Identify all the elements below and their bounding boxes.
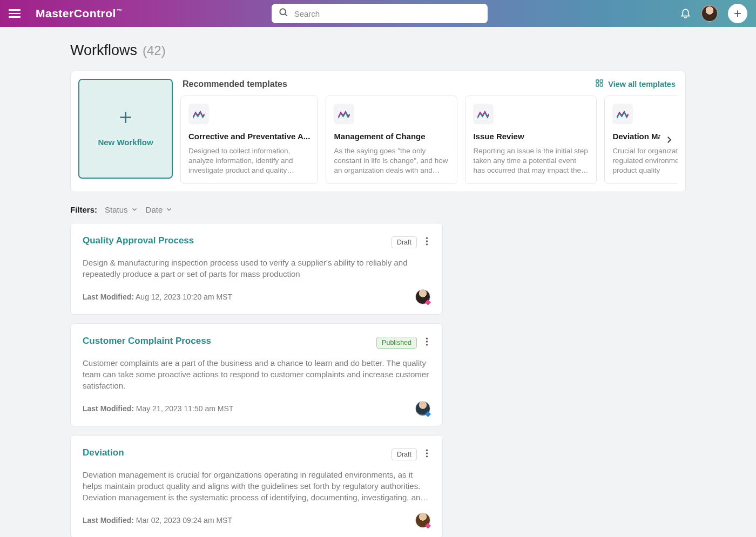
filters-row: Filters: Status Date — [70, 205, 686, 214]
svg-line-1 — [285, 14, 287, 16]
workflow-title[interactable]: Deviation — [83, 447, 124, 458]
last-modified: Last Modified: Mar 02, 2023 09:24 am MST — [83, 516, 232, 525]
new-workflow-button[interactable]: + New Workflow — [78, 79, 173, 179]
template-title: Issue Review — [473, 132, 589, 141]
workflow-description: Design & manufacturing inspection proces… — [83, 257, 430, 280]
app-header: MasterControl™ + — [0, 0, 756, 27]
search-input[interactable] — [272, 4, 488, 23]
page-content: Workflows (42) + New Workflow Recommende… — [0, 27, 756, 537]
last-modified: Last Modified: Aug 12, 2023 10:20 am MST — [83, 293, 232, 301]
templates-panel: + New Workflow Recommended templates Vie… — [70, 71, 686, 192]
owner-avatar[interactable] — [415, 513, 430, 528]
user-avatar[interactable] — [701, 5, 718, 22]
svg-rect-5 — [600, 84, 603, 86]
template-logo-icon — [188, 104, 209, 124]
more-options-icon[interactable] — [423, 235, 430, 249]
brand-logo[interactable]: MasterControl™ — [36, 7, 122, 20]
template-logo-icon — [473, 104, 494, 124]
date-filter[interactable]: Date — [146, 205, 173, 214]
filters-label: Filters: — [70, 205, 97, 214]
more-options-icon[interactable] — [423, 336, 430, 350]
create-button[interactable]: + — [728, 4, 747, 23]
workflow-description: Customer complaints are a part of the bu… — [83, 357, 430, 391]
workflow-card[interactable]: Customer Complaint Process Published Cus… — [70, 323, 443, 426]
template-card[interactable]: Corrective and Preventative A... Designe… — [180, 96, 318, 184]
more-options-icon[interactable] — [423, 447, 430, 461]
template-title: Corrective and Preventative A... — [188, 132, 310, 141]
menu-icon[interactable] — [9, 9, 21, 18]
workflow-description: Deviation management is crucial for orga… — [83, 469, 430, 503]
template-title: Management of Change — [334, 132, 449, 141]
carousel-next-button[interactable] — [659, 130, 678, 149]
chevron-down-icon — [165, 206, 173, 213]
svg-point-6 — [426, 237, 428, 239]
workflow-card[interactable]: Deviation Draft Deviation management is … — [70, 435, 443, 537]
status-filter[interactable]: Status — [105, 205, 138, 214]
svg-point-14 — [426, 456, 428, 457]
svg-point-9 — [426, 337, 428, 339]
last-modified: Last Modified: May 21, 2023 11:50 am MST — [83, 404, 233, 413]
status-badge: Draft — [392, 448, 417, 460]
owner-avatar[interactable] — [415, 289, 430, 304]
template-logo-icon — [612, 104, 633, 124]
svg-point-11 — [426, 344, 428, 345]
trademark-icon: ™ — [117, 8, 123, 14]
template-carousel: Corrective and Preventative A... Designe… — [180, 96, 678, 184]
template-description: Crucial for organizations in regulated e… — [612, 146, 678, 176]
workflow-title[interactable]: Customer Complaint Process — [83, 336, 211, 346]
view-all-templates-link[interactable]: View all templates — [595, 79, 676, 89]
grid-icon — [595, 79, 604, 89]
page-title: Workflows (42) — [70, 42, 686, 59]
svg-point-13 — [426, 452, 428, 454]
workflow-title[interactable]: Quality Approval Process — [83, 235, 194, 246]
search-field[interactable] — [272, 4, 488, 23]
svg-point-8 — [426, 243, 428, 245]
svg-rect-3 — [600, 80, 603, 83]
status-badge: Published — [376, 337, 417, 349]
template-card[interactable]: Management of Change As the saying goes … — [326, 96, 457, 184]
template-description: Designed to collect information, analyze… — [188, 146, 310, 176]
workflow-card[interactable]: Quality Approval Process Draft Design & … — [70, 223, 443, 315]
template-description: As the saying goes "the only constant in… — [334, 146, 449, 176]
notifications-icon[interactable] — [680, 7, 691, 21]
new-workflow-label: New Workflow — [98, 138, 153, 147]
template-card[interactable]: Issue Review Reporting an issue is the i… — [465, 96, 597, 184]
template-description: Reporting an issue is the initial step t… — [473, 146, 589, 176]
svg-point-0 — [280, 9, 286, 15]
plus-icon: + — [119, 111, 132, 124]
template-logo-icon — [334, 104, 354, 124]
recommended-heading: Recommended templates — [183, 79, 287, 89]
search-icon — [278, 7, 289, 20]
svg-rect-4 — [596, 84, 599, 86]
chevron-down-icon — [131, 206, 138, 213]
svg-point-10 — [426, 341, 428, 342]
svg-rect-2 — [596, 80, 599, 83]
owner-avatar[interactable] — [415, 401, 430, 416]
status-badge: Draft — [392, 236, 417, 248]
svg-point-12 — [426, 449, 428, 451]
workflow-count: (42) — [143, 43, 166, 58]
svg-point-7 — [426, 240, 428, 242]
